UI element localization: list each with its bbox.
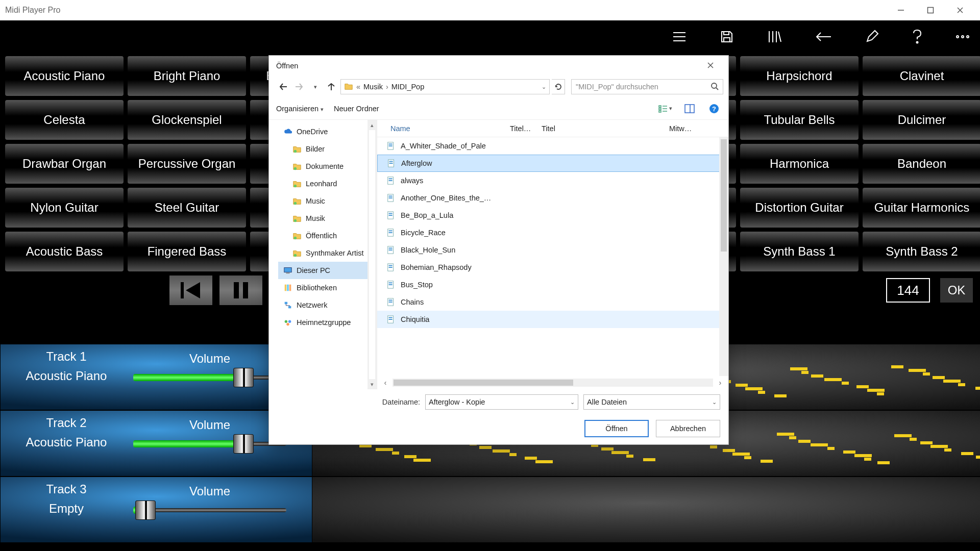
pause-button[interactable] xyxy=(219,276,262,305)
preview-pane-button[interactable] xyxy=(682,102,697,116)
organize-menu[interactable]: Organisieren ▾ xyxy=(276,105,324,113)
col-title[interactable]: Titel xyxy=(537,124,665,133)
tree-item[interactable]: Heimnetzgruppe xyxy=(278,314,377,331)
file-row[interactable]: Chiquitia xyxy=(377,311,728,328)
instrument-button[interactable]: Acoustic Piano xyxy=(5,56,124,96)
instrument-button[interactable]: Bandeon xyxy=(863,144,980,184)
svg-rect-77 xyxy=(389,267,393,268)
window-minimize-button[interactable] xyxy=(886,0,916,20)
track-info[interactable]: Track 2Acoustic PianoVolume xyxy=(0,410,312,477)
instrument-button[interactable]: Distortion Guitar xyxy=(740,188,859,228)
col-name[interactable]: Name xyxy=(386,124,506,133)
list-icon[interactable] xyxy=(672,30,687,43)
file-row[interactable]: Bus_Stop xyxy=(377,276,728,293)
nav-forward-button[interactable] xyxy=(292,80,306,94)
tree-item[interactable]: Netzwerk xyxy=(278,296,377,314)
tree-scrollbar[interactable]: ▴▾ xyxy=(368,120,377,389)
breadcrumb-root[interactable]: Musik xyxy=(363,83,383,91)
volume-slider[interactable] xyxy=(133,504,286,517)
tree-item[interactable]: Bilder xyxy=(278,140,377,158)
file-list-vscrollbar[interactable] xyxy=(719,137,728,376)
instrument-button[interactable]: Synth Bass 2 xyxy=(863,232,980,271)
tree-item[interactable]: Dieser PC xyxy=(278,262,377,279)
window-close-button[interactable] xyxy=(945,0,975,20)
refresh-button[interactable] xyxy=(552,79,565,94)
instrument-button[interactable]: Glockenspiel xyxy=(128,100,246,140)
nav-history-dropdown[interactable]: ▾ xyxy=(308,80,322,94)
file-list-header[interactable]: Name Titel… Titel Mitw… xyxy=(377,120,728,137)
help-icon[interactable] xyxy=(912,29,923,44)
file-row[interactable]: Bohemian_Rhapsody xyxy=(377,259,728,276)
svg-rect-61 xyxy=(389,179,393,180)
nav-up-button[interactable] xyxy=(324,80,338,94)
folder-tree[interactable]: OneDriveBilderDokumenteLeonhardMusicMusi… xyxy=(269,120,377,389)
instrument-button[interactable]: Steel Guitar xyxy=(128,188,246,228)
file-list-hscrollbar[interactable]: ‹› xyxy=(377,376,728,389)
tree-item[interactable]: Synthmaker Artist xyxy=(278,244,377,262)
svg-rect-79 xyxy=(389,283,393,284)
instrument-button[interactable]: Celesta xyxy=(5,100,124,140)
back-arrow-icon[interactable] xyxy=(815,32,832,42)
new-folder-button[interactable]: Neuer Ordner xyxy=(334,105,379,113)
dialog-close-button[interactable] xyxy=(700,62,721,70)
instrument-button[interactable]: Bright Piano xyxy=(128,56,246,96)
tree-item[interactable]: Dokumente xyxy=(278,158,377,175)
cancel-button[interactable]: Abbrechen xyxy=(656,420,720,437)
volume-label: Volume xyxy=(189,418,230,432)
tree-item[interactable]: OneDrive xyxy=(278,123,377,140)
tree-item[interactable]: Musik xyxy=(278,210,377,227)
path-dropdown-icon[interactable]: ⌄ xyxy=(542,84,546,90)
svg-rect-33 xyxy=(685,105,694,113)
file-type-filter[interactable]: Alle Dateien ⌄ xyxy=(583,394,720,410)
instrument-button[interactable]: Clavinet xyxy=(863,56,980,96)
instrument-button[interactable]: Fingered Bass xyxy=(128,232,246,271)
breadcrumb-folder[interactable]: MIDI_Pop xyxy=(391,83,424,91)
instrument-button[interactable]: Tubular Bells xyxy=(740,100,859,140)
tempo-display[interactable]: 144 xyxy=(886,278,930,303)
dialog-help-button[interactable]: ? xyxy=(707,102,721,116)
file-row[interactable]: Be_Bop_a_Lula xyxy=(377,207,728,224)
library-icon[interactable] xyxy=(767,30,782,44)
instrument-button[interactable]: Guitar Harmonics xyxy=(863,188,980,228)
track-notes-view[interactable] xyxy=(312,477,980,543)
tree-item[interactable]: Leonhard xyxy=(278,175,377,192)
col-mitw[interactable]: Mitw… xyxy=(665,124,693,133)
file-row[interactable]: always xyxy=(377,172,728,189)
view-options-button[interactable]: ▾ xyxy=(658,102,672,116)
search-input[interactable]: "MIDI_Pop" durchsuchen xyxy=(571,79,723,94)
instrument-button[interactable]: Nylon Guitar xyxy=(5,188,124,228)
midi-file-icon xyxy=(386,141,396,151)
path-breadcrumb[interactable]: « Musik › MIDI_Pop ⌄ xyxy=(340,79,550,94)
tempo-ok-button[interactable]: OK xyxy=(940,278,973,303)
save-icon[interactable] xyxy=(720,30,734,44)
file-row[interactable]: Chains xyxy=(377,293,728,311)
file-row[interactable]: Afterglow xyxy=(377,155,728,172)
instrument-button[interactable]: Dulcimer xyxy=(863,100,980,140)
tree-item[interactable]: Öffentlich xyxy=(278,227,377,244)
volume-slider[interactable] xyxy=(133,371,286,384)
instrument-button[interactable]: Drawbar Organ xyxy=(5,144,124,184)
instrument-button[interactable]: Synth Bass 1 xyxy=(740,232,859,271)
more-icon[interactable] xyxy=(955,34,970,39)
file-row[interactable]: Another_One_Bites_the_… xyxy=(377,189,728,207)
filename-input[interactable]: Afterglow - Kopie ⌄ xyxy=(425,394,578,410)
track-info[interactable]: Track 1Acoustic PianoVolume xyxy=(0,344,312,410)
window-maximize-button[interactable] xyxy=(916,0,945,20)
instrument-button[interactable]: Harpsichord xyxy=(740,56,859,96)
instrument-button[interactable]: Harmonica xyxy=(740,144,859,184)
file-row[interactable]: A_Whiter_Shade_of_Pale xyxy=(377,137,728,155)
file-row[interactable]: Bicycle_Race xyxy=(377,224,728,241)
instrument-button[interactable]: Percussive Organ xyxy=(128,144,246,184)
instrument-button[interactable]: Acoustic Bass xyxy=(5,232,124,271)
open-button[interactable]: Öffnen xyxy=(584,420,649,437)
volume-slider[interactable] xyxy=(133,437,286,450)
edit-pencil-icon[interactable] xyxy=(865,30,879,44)
nav-back-button[interactable] xyxy=(276,80,290,94)
file-row[interactable]: Black_Hole_Sun xyxy=(377,241,728,259)
col-title-num[interactable]: Titel… xyxy=(506,124,537,133)
tree-item[interactable]: Bibliotheken xyxy=(278,279,377,296)
tree-item[interactable]: Music xyxy=(278,192,377,210)
prev-track-button[interactable] xyxy=(169,276,212,305)
search-icon xyxy=(710,82,719,92)
track-info[interactable]: Track 3EmptyVolume xyxy=(0,477,312,543)
